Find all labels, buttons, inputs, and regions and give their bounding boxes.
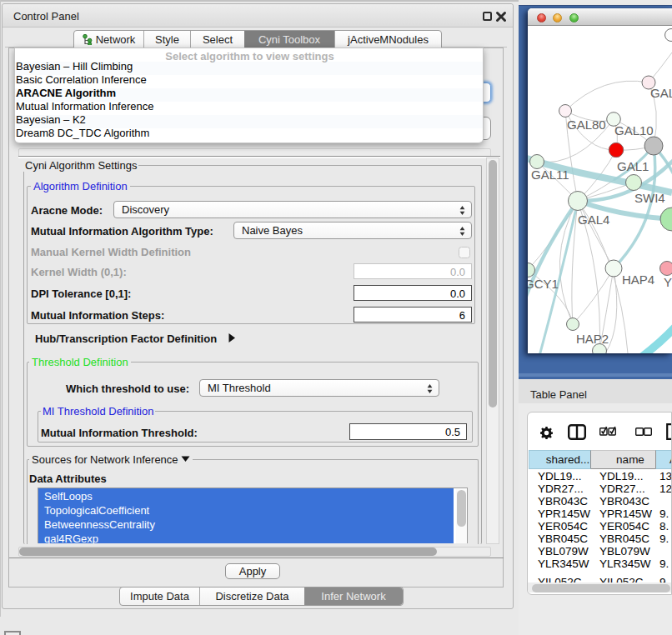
svg-text:GCY1: GCY1 — [528, 277, 559, 291]
svg-text:SWI4: SWI4 — [634, 191, 665, 205]
svg-text:HAP2: HAP2 — [576, 332, 609, 346]
svg-text:Y: Y — [664, 275, 672, 289]
svg-text:GAL: GAL — [650, 86, 672, 100]
svg-text:GAL4: GAL4 — [578, 212, 609, 227]
svg-text:GAL10: GAL10 — [614, 123, 654, 138]
svg-text:HAP4: HAP4 — [622, 272, 654, 287]
svg-text:GAL80: GAL80 — [567, 118, 606, 132]
svg-text:GAL1: GAL1 — [617, 159, 649, 173]
svg-text:GAL11: GAL11 — [531, 168, 569, 182]
